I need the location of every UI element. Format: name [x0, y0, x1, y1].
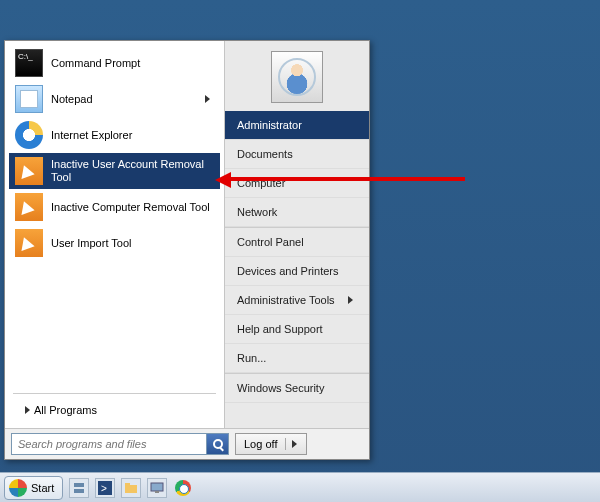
right-item-label: Help and Support — [237, 323, 323, 335]
search-input[interactable] — [12, 434, 206, 454]
app-orange-icon — [15, 229, 43, 257]
right-item-administrator[interactable]: Administrator — [225, 111, 369, 140]
right-item-documents[interactable]: Documents — [225, 140, 369, 169]
chevron-right-icon — [292, 440, 297, 448]
desktop: C:\_ Command Prompt Notepad Internet Exp… — [0, 0, 600, 502]
app-item-notepad[interactable]: Notepad — [9, 81, 220, 117]
app-item-inactive-user-account-removal-tool[interactable]: Inactive User Account Removal Tool — [9, 153, 220, 189]
right-item-label: Control Panel — [237, 236, 304, 248]
app-item-inactive-computer-removal-tool[interactable]: Inactive Computer Removal Tool — [9, 189, 220, 225]
internet-explorer-icon — [15, 121, 43, 149]
svg-rect-6 — [151, 483, 163, 491]
right-item-label: Administrator — [237, 119, 302, 131]
right-item-label: Run... — [237, 352, 266, 364]
start-menu-body: C:\_ Command Prompt Notepad Internet Exp… — [5, 41, 369, 428]
all-programs-label: All Programs — [34, 404, 97, 416]
right-item-administrative-tools[interactable]: Administrative Tools — [225, 286, 369, 315]
app-label: User Import Tool — [51, 237, 214, 250]
svg-text:>: > — [101, 483, 107, 494]
user-picture-area — [225, 41, 369, 111]
right-item-label: Administrative Tools — [237, 294, 335, 306]
right-item-label: Windows Security — [237, 382, 324, 394]
app-label: Inactive Computer Removal Tool — [51, 201, 214, 214]
start-menu-footer: Log off — [5, 428, 369, 459]
start-button-label: Start — [31, 482, 54, 494]
logoff-button[interactable]: Log off — [235, 433, 307, 455]
svg-rect-0 — [74, 483, 84, 487]
search-icon — [213, 439, 223, 449]
right-item-computer[interactable]: Computer — [225, 169, 369, 198]
taskbar-icon-chrome[interactable] — [173, 478, 193, 498]
taskbar-icon-server-manager[interactable] — [69, 478, 89, 498]
app-label: Notepad — [51, 93, 205, 106]
right-item-help-and-support[interactable]: Help and Support — [225, 315, 369, 344]
chevron-right-icon — [348, 296, 353, 304]
right-item-network[interactable]: Network — [225, 198, 369, 227]
right-item-windows-security[interactable]: Windows Security — [225, 374, 369, 403]
chrome-icon — [175, 480, 191, 496]
divider — [13, 393, 216, 394]
app-label: Internet Explorer — [51, 129, 214, 142]
app-item-internet-explorer[interactable]: Internet Explorer — [9, 117, 220, 153]
start-menu-left-column: C:\_ Command Prompt Notepad Internet Exp… — [5, 41, 225, 428]
spacer — [9, 261, 220, 391]
right-item-label: Computer — [237, 177, 285, 189]
search-button[interactable] — [206, 434, 228, 454]
start-menu: C:\_ Command Prompt Notepad Internet Exp… — [4, 40, 370, 460]
notepad-icon — [15, 85, 43, 113]
command-prompt-icon: C:\_ — [15, 49, 43, 77]
right-item-run[interactable]: Run... — [225, 344, 369, 373]
logoff-label: Log off — [236, 438, 286, 450]
right-item-control-panel[interactable]: Control Panel — [225, 228, 369, 257]
windows-logo-icon — [9, 479, 27, 497]
taskbar: Start > — [0, 472, 600, 502]
chevron-right-icon — [205, 95, 210, 103]
app-item-user-import-tool[interactable]: User Import Tool — [9, 225, 220, 261]
taskbar-icon-show-desktop[interactable] — [147, 478, 167, 498]
server-icon — [72, 481, 86, 495]
folder-icon — [124, 481, 138, 495]
right-item-label: Network — [237, 206, 277, 218]
desktop-icon — [150, 481, 164, 495]
app-orange-icon — [15, 193, 43, 221]
svg-rect-1 — [74, 489, 84, 493]
search-box — [11, 433, 229, 455]
user-avatar-icon — [278, 58, 316, 96]
chevron-right-icon — [25, 406, 30, 414]
right-item-devices-and-printers[interactable]: Devices and Printers — [225, 257, 369, 286]
app-label: Command Prompt — [51, 57, 214, 70]
start-button[interactable]: Start — [4, 476, 63, 500]
taskbar-icon-explorer[interactable] — [121, 478, 141, 498]
taskbar-icon-powershell[interactable]: > — [95, 478, 115, 498]
right-item-label: Documents — [237, 148, 293, 160]
svg-rect-7 — [155, 491, 159, 493]
app-label: Inactive User Account Removal Tool — [51, 158, 214, 184]
powershell-icon: > — [98, 481, 112, 495]
app-item-command-prompt[interactable]: C:\_ Command Prompt — [9, 45, 220, 81]
right-item-label: Devices and Printers — [237, 265, 339, 277]
svg-rect-5 — [125, 483, 130, 486]
start-menu-right-column: Administrator Documents Computer Network… — [225, 41, 369, 428]
all-programs-button[interactable]: All Programs — [9, 396, 220, 424]
svg-rect-4 — [125, 485, 137, 493]
logoff-options-button[interactable] — [286, 440, 306, 448]
app-orange-icon — [15, 157, 43, 185]
user-picture-frame[interactable] — [271, 51, 323, 103]
